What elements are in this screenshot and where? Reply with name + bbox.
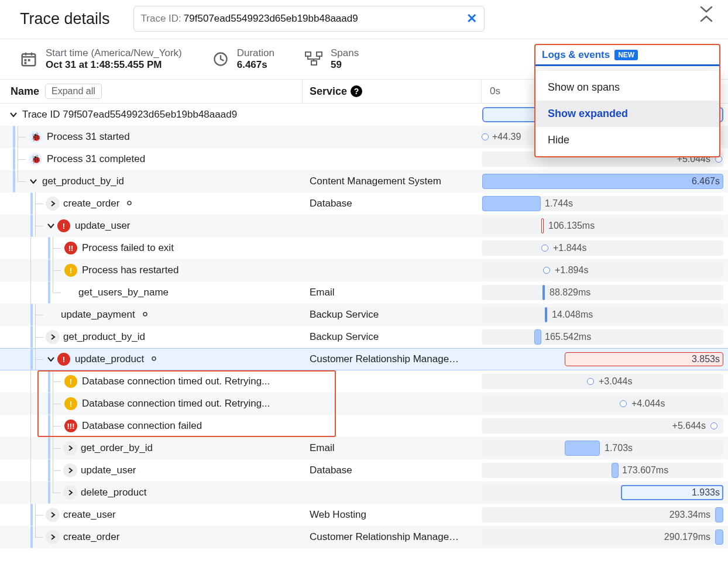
menu-item-hide[interactable]: Hide	[535, 127, 720, 153]
span-name: Process 31 completed	[47, 153, 145, 165]
error-icon: !!	[64, 242, 77, 254]
span-name: create_order	[63, 198, 119, 209]
span-name: update_payment	[61, 309, 135, 321]
timeline-track	[482, 396, 723, 411]
span-name: Trace ID 79f507ead5549923d65eb19bb48aaad…	[22, 109, 237, 121]
span-name: get_product_by_id	[42, 176, 124, 187]
span-duration: 173.607ms	[622, 465, 668, 476]
service-name: Customer Relationship Manage…	[303, 531, 482, 543]
menu-item-show-expanded[interactable]: Show expanded	[535, 101, 720, 127]
chevron-down-icon[interactable]	[46, 354, 56, 364]
service-name: Database	[303, 198, 482, 209]
span-row[interactable]: get_users_by_name Email 88.829ms	[0, 281, 728, 304]
clear-icon[interactable]: ✕	[466, 11, 477, 26]
start-time-block: Start time (America/New_York) Oct 31 at …	[20, 47, 182, 71]
span-name: Process 31 started	[47, 131, 130, 143]
span-row[interactable]: ! update_user 106.135ms	[0, 215, 728, 237]
expand-all-button[interactable]: Expand all	[45, 84, 102, 99]
span-name: update_product	[75, 353, 144, 365]
link-icon	[140, 310, 150, 320]
timeline-track	[482, 441, 723, 456]
service-name: Backup Service	[303, 331, 482, 343]
span-row[interactable]: create_order Customer Relationship Manag…	[0, 526, 728, 548]
logs-events-tab[interactable]: Logs & events NEW	[535, 44, 720, 61]
span-duration: 1.703s	[605, 443, 633, 453]
span-name: Database connection timed out. Retrying.…	[82, 398, 270, 410]
service-name: Email	[303, 287, 482, 298]
chevron-down-icon[interactable]	[8, 109, 19, 120]
span-duration: 106.135ms	[548, 221, 595, 231]
span-name: create_order	[63, 531, 119, 543]
span-row-selected[interactable]: ! update_product Customer Relationship M…	[0, 348, 728, 370]
timeline-track	[482, 329, 723, 345]
link-icon	[124, 199, 135, 209]
span-tree: Trace ID 79f507ead5549923d65eb19bb48aaad…	[0, 104, 728, 548]
span-row[interactable]: create_order Database 1.744s	[0, 192, 728, 215]
span-name: get_users_by_name	[78, 287, 169, 298]
span-duration: 88.829ms	[550, 287, 590, 298]
event-dot	[587, 378, 594, 385]
timeline-track	[482, 263, 723, 278]
log-row[interactable]: ! Database connection timed out. Retryin…	[0, 393, 728, 415]
event-time: +4.044s	[631, 398, 665, 409]
svg-rect-4	[25, 59, 27, 61]
service-name: Customer Relationship Manage…	[303, 353, 482, 365]
expand-chevron-icon[interactable]	[63, 441, 77, 455]
svg-rect-5	[28, 59, 30, 61]
span-row[interactable]: delete_product 1.933s	[0, 481, 728, 504]
span-row[interactable]: get_product_by_id Content Management Sys…	[0, 170, 728, 192]
span-name: get_order_by_id	[81, 442, 153, 454]
span-duration: 6.467s	[692, 176, 720, 187]
collapse-panel-button[interactable]	[700, 6, 713, 22]
log-row[interactable]: ! Database connection timed out. Retryin…	[0, 370, 728, 393]
dropdown-menu: Show on spans Show expanded Hide	[535, 71, 720, 157]
expand-chevron-icon[interactable]	[46, 530, 60, 544]
span-row[interactable]: get_product_by_id Backup Service 165.542…	[0, 326, 728, 348]
svg-rect-8	[305, 52, 311, 56]
log-row[interactable]: ! Process has restarted +1.894s	[0, 259, 728, 281]
start-time-value: Oct 31 at 1:48:55.455 PM	[46, 59, 182, 71]
span-duration: 293.34ms	[669, 510, 710, 520]
span-row[interactable]: update_payment Backup Service 14.048ms	[0, 304, 728, 326]
log-row[interactable]: !! Process failed to exit +1.844s	[0, 237, 728, 259]
timeline-bar	[534, 329, 541, 345]
event-dot	[710, 422, 717, 429]
calendar-icon	[20, 50, 37, 68]
help-icon[interactable]: ?	[351, 85, 362, 97]
span-row[interactable]: get_order_by_id Email 1.703s	[0, 437, 728, 459]
service-name: Database	[303, 465, 482, 476]
menu-item-show-on-spans[interactable]: Show on spans	[535, 74, 720, 101]
expand-chevron-icon[interactable]	[63, 486, 77, 500]
span-duration: 1.744s	[545, 198, 573, 209]
error-icon: !	[57, 219, 70, 232]
span-name: update_user	[81, 465, 136, 476]
clock-icon	[212, 51, 229, 67]
timeline-track	[482, 240, 723, 256]
span-name: delete_product	[81, 487, 146, 498]
service-name: Backup Service	[303, 309, 482, 321]
error-icon: !!!	[64, 419, 77, 432]
span-row[interactable]: create_user Web Hosting 293.34ms	[0, 504, 728, 526]
warning-icon: !	[64, 264, 77, 277]
expand-chevron-icon[interactable]	[46, 197, 60, 211]
svg-rect-6	[25, 62, 27, 64]
expand-chevron-icon[interactable]	[46, 330, 60, 344]
service-name: Email	[303, 442, 482, 454]
log-row[interactable]: !!! Database connection failed +5.644s	[0, 415, 728, 437]
expand-chevron-icon[interactable]	[46, 508, 60, 522]
tab-label: Logs & events	[542, 49, 610, 61]
expand-chevron-icon[interactable]	[63, 463, 77, 477]
col-service-header: Service	[310, 85, 347, 98]
duration-label: Duration	[237, 47, 274, 59]
timeline-track	[482, 218, 723, 233]
chevron-down-icon[interactable]	[46, 221, 56, 231]
chevron-down-icon[interactable]	[28, 176, 39, 187]
svg-rect-10	[311, 61, 317, 65]
spans-label: Spans	[331, 47, 359, 59]
span-name: Database connection timed out. Retrying.…	[82, 376, 270, 387]
span-name: get_product_by_id	[63, 331, 145, 343]
timeline-bar	[482, 174, 723, 189]
span-row[interactable]: update_user Database 173.607ms	[0, 459, 728, 481]
duration-block: Duration 6.467s	[212, 47, 274, 71]
trace-id-input[interactable]: Trace ID: 79f507ead5549923d65eb19bb48aaa…	[133, 6, 485, 32]
